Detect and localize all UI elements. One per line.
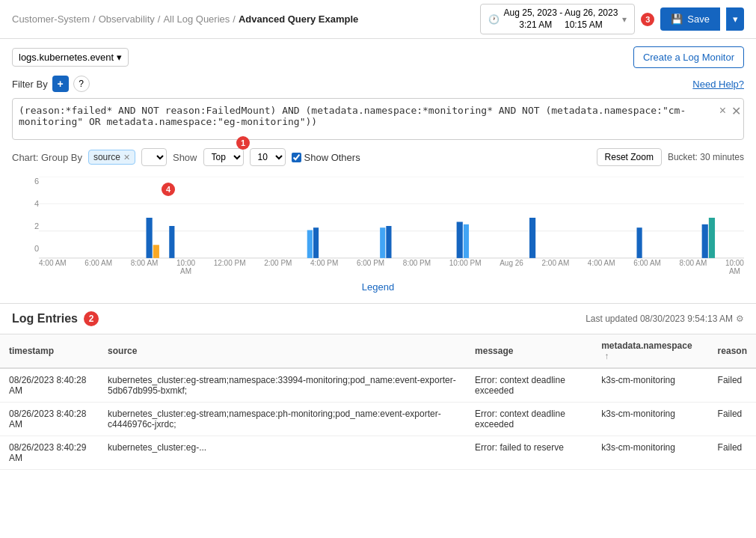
log-entries-section: Log Entries 2 Last updated 08/30/2023 9:… — [0, 304, 756, 538]
filter-help-button[interactable]: ? — [73, 76, 90, 92]
group-by-remove-icon[interactable]: ✕ — [123, 153, 130, 162]
query-input[interactable]: (reason:*failed* AND NOT reason:FailedMo… — [12, 98, 744, 140]
x-label-7: 4:00 PM — [310, 259, 338, 275]
save-button[interactable]: 💾 Save — [660, 7, 720, 31]
annotation-badge-3: 3 — [641, 13, 654, 26]
save-dropdown-button[interactable]: ▾ — [726, 7, 744, 31]
chart-legend[interactable]: Legend — [12, 278, 744, 296]
cell-namespace: k3s-cm-monitoring — [592, 368, 708, 403]
svg-rect-4 — [147, 218, 153, 258]
svg-rect-11 — [457, 222, 463, 258]
x-label-3: 8:00 AM — [131, 259, 159, 275]
query-container: (reason:*failed* AND NOT reason:FailedMo… — [12, 98, 744, 142]
bucket-label: Bucket: 30 minutes — [668, 152, 744, 162]
chart-controls: Chart: Group By source ✕ Show Top 10 Sho… — [12, 148, 744, 166]
table-row: 08/26/2023 8:40:29 AM kubernetes_cluster… — [0, 436, 756, 470]
x-label-12: 2:00 AM — [542, 259, 570, 275]
chevron-down-icon: ▾ — [117, 52, 122, 63]
cell-timestamp: 08/26/2023 8:40:28 AM — [0, 368, 99, 403]
x-label-16: 10:00AM — [725, 259, 744, 275]
top-dropdown[interactable]: Top — [203, 148, 244, 166]
x-label-2: 6:00 AM — [84, 259, 112, 275]
settings-icon[interactable]: ⚙ — [736, 314, 744, 324]
need-help-link[interactable]: Need Help? — [692, 79, 744, 90]
col-namespace[interactable]: metadata.namespace ↑ — [592, 334, 708, 368]
datetime-picker[interactable]: 🕐 Aug 25, 2023 - Aug 26, 2023 3:21 AM 10… — [480, 4, 636, 34]
x-label-15: 8:00 AM — [680, 259, 707, 275]
svg-rect-12 — [464, 224, 469, 258]
svg-rect-16 — [709, 218, 715, 258]
svg-rect-7 — [307, 230, 313, 258]
filter-row: Filter By + ? Need Help? — [12, 76, 744, 92]
group-by-tag: source ✕ — [88, 150, 135, 165]
x-label-6: 2:00 PM — [264, 259, 292, 275]
log-entries-heading: Log Entries — [12, 312, 78, 325]
x-label-10: 10:00 PM — [449, 259, 482, 275]
y-label-0: 0 — [12, 244, 39, 253]
filter-add-button[interactable]: + — [52, 76, 69, 92]
reset-zoom-button[interactable]: Reset Zoom — [597, 148, 662, 166]
show-label: Show — [173, 152, 197, 163]
col-reason[interactable]: reason — [709, 334, 756, 368]
chevron-down-icon: ▾ — [622, 14, 627, 25]
x-label-13: 4:00 AM — [588, 259, 615, 275]
main-content: logs.kubernetes.event ▾ Create a Log Mon… — [0, 39, 756, 538]
cell-namespace: k3s-cm-monitoring — [592, 403, 708, 436]
cell-timestamp: 08/26/2023 8:40:29 AM — [0, 436, 99, 470]
col-message[interactable]: message — [466, 334, 592, 368]
show-others-checkbox[interactable]: Show Others — [292, 152, 360, 163]
cell-reason: Failed — [709, 368, 756, 403]
top-header: Customer-System / Observability / All Lo… — [0, 0, 756, 39]
annotation-badge-1: 1 — [236, 136, 250, 150]
svg-rect-14 — [637, 227, 642, 258]
sort-asc-icon: ↑ — [604, 351, 609, 361]
query-close-button[interactable]: ✕ — [731, 104, 741, 118]
create-monitor-button[interactable]: Create a Log Monitor — [633, 46, 744, 68]
svg-rect-5 — [153, 245, 159, 258]
y-label-6: 6 — [12, 177, 39, 186]
col-timestamp[interactable]: timestamp — [0, 334, 99, 368]
col-source[interactable]: source — [99, 334, 466, 368]
breadcrumb-sep-1: / — [93, 13, 96, 25]
cell-timestamp: 08/26/2023 8:40:28 AM — [0, 403, 99, 436]
svg-rect-15 — [702, 224, 708, 258]
time-range: 3:21 AM 10:15 AM — [504, 19, 618, 31]
table-row: 08/26/2023 8:40:28 AM kubernetes_cluster… — [0, 368, 756, 403]
log-source-label: logs.kubernetes.event — [19, 52, 114, 63]
annotation-badge-2: 2 — [84, 311, 99, 326]
cell-message: Error: failed to reserve — [466, 436, 592, 470]
cell-namespace: k3s-cm-monitoring — [592, 436, 708, 470]
datetime-display: Aug 25, 2023 - Aug 26, 2023 3:21 AM 10:1… — [504, 7, 618, 31]
breadcrumb-item-1[interactable]: Customer-System — [12, 13, 90, 25]
query-clear-button[interactable]: × — [719, 104, 726, 117]
chart-x-labels: 4:00 AM 6:00 AM 8:00 AM 10:00AM 12:00 PM… — [39, 259, 744, 275]
log-entries-title: Log Entries 2 — [12, 311, 99, 326]
cell-source: kubernetes_cluster:eg-stream;namespace:p… — [99, 403, 466, 436]
cell-reason: Failed — [709, 436, 756, 470]
group-by-dropdown[interactable] — [141, 148, 167, 166]
table-row: 08/26/2023 8:40:28 AM kubernetes_cluster… — [0, 403, 756, 436]
annotation-badge-4: 4 — [162, 183, 175, 196]
chart-area: 6 4 2 0 — [12, 171, 744, 275]
top-panel: logs.kubernetes.event ▾ Create a Log Mon… — [0, 39, 756, 304]
log-source-select[interactable]: logs.kubernetes.event ▾ — [12, 48, 129, 67]
last-updated-text: Last updated 08/30/2023 9:54:13 AM — [586, 314, 733, 324]
breadcrumb-item-3[interactable]: All Log Queries — [163, 13, 230, 25]
log-table: timestamp source message metadata.namesp… — [0, 334, 756, 538]
x-label-11: Aug 26 — [500, 259, 523, 275]
breadcrumb-current: Advanced Query Example — [239, 13, 358, 25]
show-others-label: Show Others — [304, 152, 360, 163]
date-range: Aug 25, 2023 - Aug 26, 2023 — [504, 7, 618, 19]
count-dropdown[interactable]: 10 — [250, 148, 286, 166]
show-others-input[interactable] — [292, 153, 301, 162]
svg-rect-9 — [380, 227, 385, 258]
x-label-8: 6:00 PM — [357, 259, 384, 275]
chart-y-axis: 6 4 2 0 — [12, 177, 39, 253]
cell-message: Error: context deadline exceeded — [466, 403, 592, 436]
cell-source: kubernetes_cluster:eg-... — [99, 436, 466, 470]
x-label-4: 10:00AM — [176, 259, 195, 275]
y-label-4: 4 — [12, 199, 39, 208]
clock-icon: 🕐 — [488, 14, 500, 25]
x-label-1: 4:00 AM — [39, 259, 67, 275]
breadcrumb-item-2[interactable]: Observability — [99, 13, 155, 25]
